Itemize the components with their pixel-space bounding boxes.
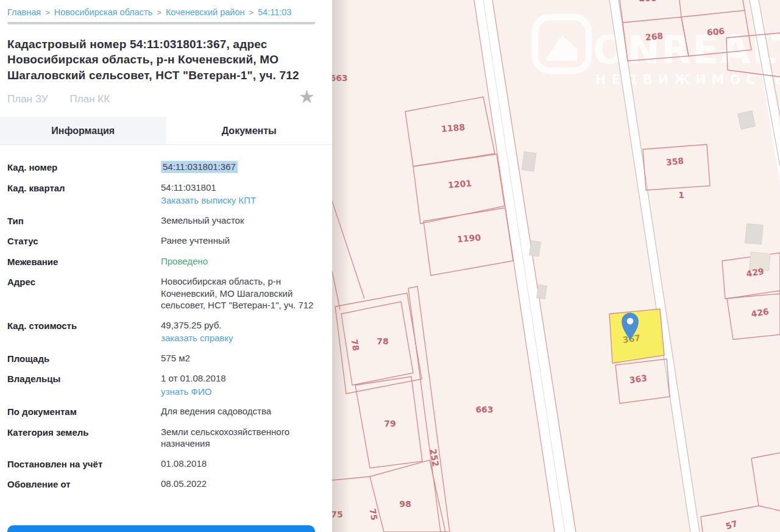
breadcrumb-item[interactable]: 54:11:03 bbox=[258, 7, 291, 17]
info-row-value: 49,375.25 руб.заказать справку bbox=[161, 319, 315, 344]
parcel-label: 1201 bbox=[447, 178, 472, 190]
info-row-link[interactable]: узнать ФИО bbox=[161, 386, 211, 398]
info-row-value: 54:11:031801Заказать выписку КПТ bbox=[161, 182, 315, 207]
info-row-label: Статус bbox=[7, 235, 161, 247]
info-row-link[interactable]: заказать справку bbox=[161, 332, 233, 344]
boundary-segment bbox=[759, 506, 780, 511]
info-row-value: Земли сельскохозяйственного назначения bbox=[161, 426, 315, 450]
parcel-label: 75 bbox=[367, 508, 379, 521]
boundary-segment bbox=[332, 477, 370, 480]
info-row-value: 01.08.2018 bbox=[161, 458, 315, 470]
info-row-label: Владельцы bbox=[7, 372, 161, 397]
parcel-info-panel: Главная>Новосибирская область>Коченевски… bbox=[0, 0, 332, 532]
info-row: Кад. номер54:11:031801:367 bbox=[7, 161, 315, 174]
info-row-value: Для ведения садоводства bbox=[161, 405, 315, 418]
breadcrumb-item[interactable]: Коченевский район bbox=[166, 7, 245, 17]
parcel-label: 78 bbox=[377, 336, 388, 346]
info-row: Владельцы1 от 01.08.2018узнать ФИО bbox=[7, 372, 315, 397]
building-footprint bbox=[738, 111, 756, 129]
info-row: АдресНовосибирская область, р-н Коченевс… bbox=[7, 275, 315, 311]
parcel-label: 75 bbox=[332, 509, 343, 519]
info-row-label: Площадь bbox=[7, 352, 161, 365]
parcel-label: 663 bbox=[332, 73, 348, 83]
info-row-label: Кад. квартал bbox=[7, 182, 161, 207]
breadcrumb-item[interactable]: Новосибирская область bbox=[54, 7, 153, 17]
parcel-label: 358 bbox=[665, 156, 684, 168]
info-row-value: Новосибирская область, р-н Коченевский, … bbox=[161, 275, 315, 311]
tab-documents[interactable]: Документы bbox=[166, 117, 333, 144]
parcel-polygon[interactable] bbox=[408, 286, 450, 532]
info-row-value: 54:11:031801:367 bbox=[161, 161, 315, 174]
info-row-value: 575 м2 bbox=[161, 352, 315, 365]
building-footprint bbox=[537, 285, 547, 299]
info-row-label: Тип bbox=[7, 215, 161, 227]
building-footprint bbox=[522, 152, 536, 171]
boundary-segment bbox=[332, 271, 340, 310]
tab-bar: Информация Документы bbox=[0, 117, 332, 145]
cadastral-map[interactable]: ONREALTНЕДВИЖИМОСТЬ663266268606118812011… bbox=[332, 0, 780, 532]
parcel-label: 663 bbox=[475, 405, 493, 414]
parcel-label: 1190 bbox=[456, 232, 481, 244]
plan-zu-link[interactable]: План ЗУ bbox=[7, 93, 48, 105]
info-row-label: Категория земель bbox=[7, 426, 161, 450]
tab-information[interactable]: Информация bbox=[0, 117, 166, 144]
parcel-label: 57 bbox=[725, 519, 739, 531]
info-row: Кад. квартал54:11:031801Заказать выписку… bbox=[7, 182, 315, 207]
parcel-polygon[interactable] bbox=[643, 144, 710, 190]
info-row-label: Кад. номер bbox=[7, 161, 161, 174]
plan-kk-link[interactable]: План КК bbox=[70, 93, 110, 105]
breadcrumb-item[interactable]: Главная bbox=[7, 7, 41, 17]
info-row: Площадь575 м2 bbox=[7, 352, 315, 365]
info-row-label: По документам bbox=[7, 405, 161, 418]
boundary-segment bbox=[743, 0, 745, 10]
parcel-label: 429 bbox=[745, 266, 765, 279]
breadcrumb-separator: > bbox=[249, 8, 254, 17]
info-row: СтатусРанее учтенный bbox=[7, 235, 315, 247]
parcel-label: 78 bbox=[349, 338, 361, 352]
breadcrumb-separator: > bbox=[157, 8, 161, 17]
boundary-segment bbox=[332, 201, 364, 299]
boundary-segment bbox=[701, 517, 703, 532]
primary-action-button[interactable] bbox=[7, 525, 315, 532]
favorite-star-icon[interactable]: ★ bbox=[299, 88, 315, 106]
progress-bar bbox=[7, 22, 315, 24]
info-row-value: 1 от 01.08.2018узнать ФИО bbox=[161, 372, 315, 397]
parcel-label: 426 bbox=[750, 307, 770, 319]
boundary-segment bbox=[679, 0, 681, 17]
road bbox=[474, 0, 576, 532]
parcel-label: 1188 bbox=[441, 122, 465, 133]
boundary-segment bbox=[701, 506, 759, 517]
info-row-value: Проведено bbox=[161, 255, 315, 268]
parcel-polygon[interactable] bbox=[370, 460, 445, 532]
info-row: Кад. стоимость49,375.25 руб.заказать спр… bbox=[7, 319, 315, 344]
page-title: Кадастровый номер 54:11:031801:367, адре… bbox=[7, 37, 315, 83]
info-rows: Кад. номер54:11:031801:367Кад. квартал54… bbox=[7, 145, 315, 491]
watermark-logo: ONREALTНЕДВИЖИМОСТЬ bbox=[535, 17, 780, 87]
parcel-label: 1 bbox=[678, 190, 684, 200]
parcel-label: 606 bbox=[706, 26, 725, 37]
boundary-segment bbox=[751, 458, 759, 506]
info-row: Категория земельЗемли сельскохозяйственн… bbox=[7, 426, 315, 450]
building-footprint bbox=[529, 241, 541, 257]
info-row-label: Адрес bbox=[7, 275, 161, 311]
info-row: МежеваниеПроведено bbox=[7, 255, 315, 268]
parcel-label: 79 bbox=[384, 419, 395, 428]
info-row-label: Межевание bbox=[7, 255, 161, 268]
info-row-label: Кад. стоимость bbox=[7, 319, 161, 344]
info-row-link[interactable]: Заказать выписку КПТ bbox=[161, 194, 256, 207]
breadcrumb: Главная>Новосибирская область>Коченевски… bbox=[7, 0, 315, 17]
building-footprint bbox=[745, 224, 764, 244]
info-row: Обовление от08.05.2022 bbox=[7, 478, 315, 491]
info-row-value: Ранее учтенный bbox=[161, 235, 315, 247]
parcel-label: 363 bbox=[629, 373, 648, 385]
info-row-value: 08.05.2022 bbox=[161, 478, 315, 491]
info-row-label: Обовление от bbox=[7, 478, 161, 491]
info-row: По документамДля ведения садоводства bbox=[7, 405, 315, 418]
parcel-label: 268 bbox=[645, 31, 664, 42]
parcel-label: 266 bbox=[639, 0, 656, 3]
info-row-label: Постановлен на учёт bbox=[7, 458, 161, 470]
boundary-segment bbox=[751, 453, 780, 458]
parcel-label: 98 bbox=[399, 499, 411, 509]
map-canvas[interactable]: ONREALTНЕДВИЖИМОСТЬ663266268606118812011… bbox=[332, 0, 780, 532]
info-row: ТипЗемельный участок bbox=[7, 215, 315, 227]
